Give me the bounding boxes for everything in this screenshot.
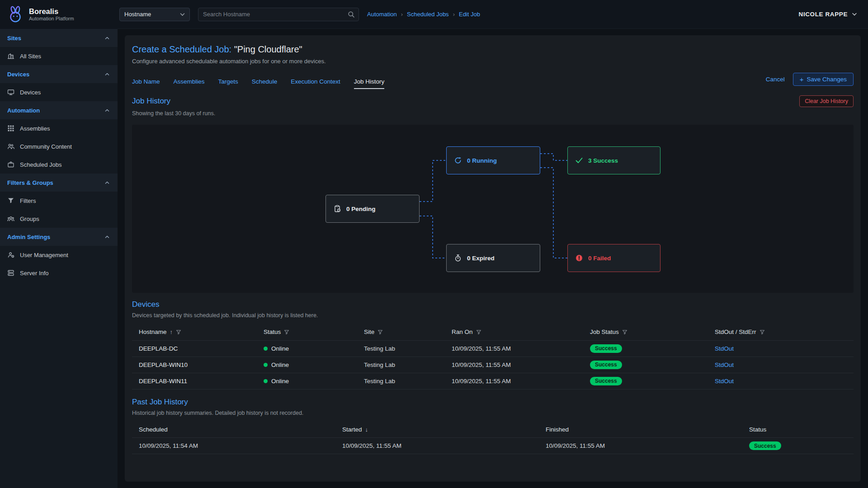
table-row[interactable]: DEEPLAB-WIN11 Online Testing Lab 10/09/2…	[132, 373, 854, 389]
status-text: Online	[271, 345, 289, 352]
column-label: Site	[364, 328, 374, 335]
page-title-prefix: Create a Scheduled Job:	[132, 44, 231, 54]
monitor-icon	[7, 89, 14, 96]
sidebar-section-automation[interactable]: Automation	[0, 101, 118, 119]
tab-execution-context[interactable]: Execution Context	[291, 78, 340, 89]
grid-icon	[7, 125, 14, 132]
column-label: Started	[342, 426, 362, 433]
filter-icon[interactable]	[377, 329, 383, 335]
past-job-history-heading: Past Job History	[132, 398, 854, 407]
search-icon[interactable]	[348, 11, 355, 18]
scheduled-cell: 10/09/2025, 11:54 AM	[132, 438, 335, 454]
breadcrumb-edit-job[interactable]: Edit Job	[459, 11, 480, 18]
sidebar-item-label: User Management	[20, 252, 68, 258]
sidebar-section-admin-settings[interactable]: Admin Settings	[0, 228, 118, 246]
timer-icon	[454, 254, 462, 262]
chevron-up-icon	[104, 235, 110, 239]
column-header-scheduled[interactable]: Scheduled	[132, 422, 335, 438]
sidebar: Borealis Automation Platform Sites All S…	[0, 0, 118, 488]
user-menu[interactable]: NICOLE RAPPE	[799, 11, 857, 18]
borealis-rabbit-logo-icon	[6, 5, 24, 23]
hostname-search	[198, 8, 359, 21]
tab-job-history[interactable]: Job History	[354, 78, 385, 89]
status-badge: Success	[749, 441, 781, 450]
breadcrumb-scheduled-jobs[interactable]: Scheduled Jobs	[407, 11, 449, 18]
user-gear-icon	[7, 251, 14, 258]
section-label: Automation	[7, 107, 40, 114]
sidebar-item-user-management[interactable]: User Management	[0, 246, 118, 264]
flow-node-pending[interactable]: 0 Pending	[326, 195, 420, 223]
tab-assemblies[interactable]: Assemblies	[174, 78, 205, 89]
tab-job-name[interactable]: Job Name	[132, 78, 160, 89]
sort-asc-icon[interactable]: ↑	[170, 328, 173, 335]
tabs-row: Job Name Assemblies Targets Schedule Exe…	[132, 73, 854, 89]
hostname-select[interactable]: Hostname	[119, 8, 190, 21]
stdout-link[interactable]: StdOut	[715, 345, 734, 352]
sidebar-section-devices[interactable]: Devices	[0, 65, 118, 83]
stdout-link[interactable]: StdOut	[715, 378, 734, 385]
brand-area[interactable]: Borealis Automation Platform	[0, 0, 118, 29]
sort-desc-icon[interactable]: ↓	[365, 426, 368, 433]
sidebar-item-label: Groups	[20, 216, 39, 222]
error-icon	[575, 254, 583, 262]
status-text: Online	[271, 361, 289, 368]
hostname-cell: DEEPLAB-DC	[132, 340, 257, 357]
tab-schedule[interactable]: Schedule	[252, 78, 277, 89]
flow-node-expired[interactable]: 0 Expired	[446, 244, 540, 272]
devices-table: Hostname ↑ Status Site	[132, 324, 854, 389]
tab-actions: Cancel + Save Changes	[766, 73, 854, 89]
people-icon	[7, 143, 14, 150]
column-header-finished[interactable]: Finished	[539, 422, 742, 438]
devices-table-header-row: Hostname ↑ Status Site	[132, 324, 854, 340]
sidebar-section-filters-groups[interactable]: Filters & Groups	[0, 174, 118, 192]
filter-icon[interactable]	[284, 329, 289, 335]
devices-section: Devices Devices targeted by this schedul…	[132, 300, 854, 389]
tab-targets[interactable]: Targets	[218, 78, 238, 89]
cancel-button[interactable]: Cancel	[766, 76, 785, 83]
sidebar-item-filters[interactable]: Filters	[0, 192, 118, 210]
table-row[interactable]: DEEPLAB-DC Online Testing Lab 10/09/2025…	[132, 340, 854, 357]
sidebar-item-scheduled-jobs[interactable]: Scheduled Jobs	[0, 155, 118, 174]
hostname-select-value: Hostname	[124, 11, 151, 18]
sidebar-item-community-content[interactable]: Community Content	[0, 137, 118, 155]
table-row[interactable]: 10/09/2025, 11:54 AM 10/09/2025, 11:55 A…	[132, 438, 854, 454]
column-header-status[interactable]: Status	[257, 324, 357, 340]
sidebar-item-server-info[interactable]: Server Info	[0, 264, 118, 282]
filter-icon[interactable]	[476, 329, 481, 335]
status-text: Online	[271, 378, 289, 385]
sidebar-item-devices[interactable]: Devices	[0, 83, 118, 101]
column-header-ran-on[interactable]: Ran On	[445, 324, 583, 340]
filter-icon[interactable]	[760, 329, 765, 335]
filter-icon[interactable]	[622, 329, 627, 335]
flow-node-running[interactable]: 0 Running	[446, 146, 540, 174]
clear-job-history-button[interactable]: Clear Job History	[799, 95, 854, 107]
column-header-job-status[interactable]: Job Status	[583, 324, 708, 340]
search-input[interactable]	[198, 8, 359, 21]
sidebar-item-groups[interactable]: Groups	[0, 210, 118, 228]
column-label: Status	[264, 328, 281, 335]
table-row[interactable]: DEEPLAB-WIN10 Online Testing Lab 10/09/2…	[132, 357, 854, 373]
column-header-hostname[interactable]: Hostname ↑	[132, 324, 257, 340]
sidebar-item-all-sites[interactable]: All Sites	[0, 47, 118, 65]
past-job-history-table: Scheduled Started ↓ Finished Status	[132, 422, 854, 455]
column-header-site[interactable]: Site	[357, 324, 445, 340]
funnel-icon	[7, 197, 14, 204]
save-changes-button[interactable]: + Save Changes	[793, 73, 854, 86]
column-label: Job Status	[590, 328, 619, 335]
brand-name: Borealis	[29, 7, 74, 16]
column-header-started[interactable]: Started ↓	[335, 422, 539, 438]
main-column: Hostname Automation › Scheduled Jobs › E…	[118, 0, 868, 488]
filter-icon[interactable]	[176, 329, 181, 335]
chevron-up-icon	[104, 180, 110, 185]
site-cell: Testing Lab	[357, 340, 445, 357]
column-header-stdout[interactable]: StdOut / StdErr	[708, 324, 854, 340]
column-header-status[interactable]: Status	[742, 422, 854, 438]
flow-node-failed[interactable]: 0 Failed	[567, 244, 660, 272]
sidebar-item-assemblies[interactable]: Assemblies	[0, 119, 118, 137]
sidebar-item-label: Filters	[20, 197, 36, 204]
breadcrumb-automation[interactable]: Automation	[367, 11, 397, 18]
stdout-link[interactable]: StdOut	[715, 361, 734, 368]
flow-node-success[interactable]: 3 Success	[567, 146, 660, 174]
user-name: NICOLE RAPPE	[799, 11, 848, 18]
sidebar-section-sites[interactable]: Sites	[0, 29, 118, 47]
